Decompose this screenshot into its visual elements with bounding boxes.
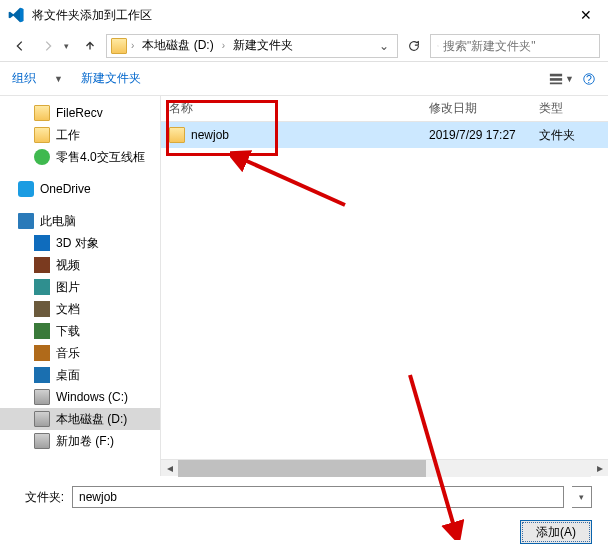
scroll-thumb[interactable] <box>178 460 426 477</box>
folder-icon <box>34 105 50 121</box>
add-button[interactable]: 添加(A) <box>520 520 592 544</box>
sidebar-item-downloads[interactable]: 下载 <box>0 320 160 342</box>
chevron-down-icon[interactable]: ▼ <box>54 74 63 84</box>
col-name[interactable]: 名称 <box>169 100 429 117</box>
sidebar-item-filerecv[interactable]: FileRecv <box>0 102 160 124</box>
toolbar: 组织 ▼ 新建文件夹 ▼ ? <box>0 62 608 96</box>
pictures-icon <box>34 279 50 295</box>
folder-icon <box>34 149 50 165</box>
search-box[interactable] <box>430 34 600 58</box>
scroll-left-button[interactable]: ◂ <box>161 460 178 477</box>
file-list: 名称 修改日期 类型 newjob 2019/7/29 17:27 文件夹 ◂ … <box>160 96 608 476</box>
vscode-icon <box>8 7 24 23</box>
nav-row: ▾ › 本地磁盘 (D:) › 新建文件夹 ⌄ <box>0 30 608 62</box>
back-button[interactable] <box>8 34 32 58</box>
list-header: 名称 修改日期 类型 <box>161 96 608 122</box>
documents-icon <box>34 301 50 317</box>
svg-rect-1 <box>550 73 562 76</box>
drive-icon <box>34 433 50 449</box>
folder-label: 文件夹: <box>16 489 64 506</box>
title-bar: 将文件夹添加到工作区 ✕ <box>0 0 608 30</box>
sidebar-item-pictures[interactable]: 图片 <box>0 276 160 298</box>
svg-rect-2 <box>550 78 562 81</box>
drive-icon <box>34 411 50 427</box>
cell-type: 文件夹 <box>539 127 589 144</box>
close-button[interactable]: ✕ <box>572 7 600 23</box>
refresh-button[interactable] <box>402 34 426 58</box>
music-icon <box>34 345 50 361</box>
folder-input-dropdown[interactable]: ▾ <box>572 486 592 508</box>
button-row: 添加(A) <box>16 520 592 544</box>
sidebar-item-d-drive[interactable]: 本地磁盘 (D:) <box>0 408 160 430</box>
up-button[interactable] <box>78 34 102 58</box>
downloads-icon <box>34 323 50 339</box>
drive-icon <box>34 389 50 405</box>
cell-name: newjob <box>191 128 429 142</box>
folder-icon <box>111 38 127 54</box>
chevron-right-icon: › <box>131 40 134 51</box>
svg-rect-3 <box>550 82 562 84</box>
folder-icon <box>169 127 185 143</box>
svg-point-0 <box>437 45 438 46</box>
col-type[interactable]: 类型 <box>539 100 589 117</box>
search-icon <box>437 40 439 52</box>
sidebar-item-desktop[interactable]: 桌面 <box>0 364 160 386</box>
onedrive-icon <box>18 181 34 197</box>
col-date[interactable]: 修改日期 <box>429 100 539 117</box>
list-empty-area[interactable] <box>161 148 608 459</box>
svg-text:?: ? <box>586 72 592 84</box>
desktop-icon <box>34 367 50 383</box>
video-icon <box>34 257 50 273</box>
sidebar-item-thispc[interactable]: 此电脑 <box>0 210 160 232</box>
history-dropdown[interactable]: ▾ <box>64 41 74 51</box>
search-input[interactable] <box>443 39 593 53</box>
cell-date: 2019/7/29 17:27 <box>429 128 539 142</box>
body: FileRecv 工作 零售4.0交互线框 OneDrive 此电脑 3D 对象… <box>0 96 608 476</box>
organize-button[interactable]: 组织 <box>12 70 36 87</box>
chevron-right-icon: › <box>222 40 225 51</box>
folder-icon <box>34 127 50 143</box>
sidebar-item-retail[interactable]: 零售4.0交互线框 <box>0 146 160 168</box>
breadcrumb-item-folder[interactable]: 新建文件夹 <box>229 37 297 54</box>
scroll-right-button[interactable]: ▸ <box>591 460 608 477</box>
sidebar-item-documents[interactable]: 文档 <box>0 298 160 320</box>
new-folder-button[interactable]: 新建文件夹 <box>81 70 141 87</box>
pc-icon <box>18 213 34 229</box>
folder-input-row: 文件夹: ▾ <box>16 486 592 508</box>
breadcrumb[interactable]: › 本地磁盘 (D:) › 新建文件夹 ⌄ <box>106 34 398 58</box>
sidebar-item-video[interactable]: 视频 <box>0 254 160 276</box>
breadcrumb-item-drive[interactable]: 本地磁盘 (D:) <box>138 37 217 54</box>
sidebar: FileRecv 工作 零售4.0交互线框 OneDrive 此电脑 3D 对象… <box>0 96 160 476</box>
list-item[interactable]: newjob 2019/7/29 17:27 文件夹 <box>161 122 608 148</box>
sidebar-item-c-drive[interactable]: Windows (C:) <box>0 386 160 408</box>
sidebar-item-3d[interactable]: 3D 对象 <box>0 232 160 254</box>
sidebar-item-onedrive[interactable]: OneDrive <box>0 178 160 200</box>
scroll-track[interactable] <box>178 460 591 477</box>
sidebar-item-music[interactable]: 音乐 <box>0 342 160 364</box>
horizontal-scrollbar[interactable]: ◂ ▸ <box>161 459 608 476</box>
window-title: 将文件夹添加到工作区 <box>32 7 572 24</box>
help-button[interactable]: ? <box>582 72 596 86</box>
sidebar-item-work[interactable]: 工作 <box>0 124 160 146</box>
sidebar-item-f-drive[interactable]: 新加卷 (F:) <box>0 430 160 452</box>
3d-icon <box>34 235 50 251</box>
view-button[interactable]: ▼ <box>549 72 574 86</box>
folder-input[interactable] <box>72 486 564 508</box>
bottom-panel: 文件夹: ▾ 添加(A) <box>0 476 608 544</box>
forward-button[interactable] <box>36 34 60 58</box>
breadcrumb-dropdown[interactable]: ⌄ <box>375 39 393 53</box>
